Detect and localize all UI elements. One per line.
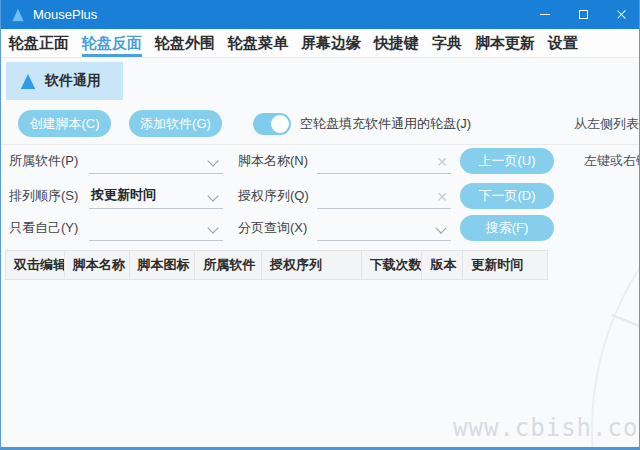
- chevron-down-icon[interactable]: [207, 155, 218, 166]
- wheel-arc-graphic: [591, 130, 640, 450]
- col-owner-software[interactable]: 所属软件: [195, 251, 262, 279]
- clear-icon[interactable]: ✕: [436, 189, 448, 205]
- col-script-name[interactable]: 脚本名称: [65, 251, 130, 279]
- owner-software-select[interactable]: [89, 148, 223, 174]
- maximize-icon: [579, 10, 588, 19]
- next-page-button[interactable]: 下一页(D): [460, 183, 554, 209]
- tab-wheel-front[interactable]: 轮盘正面: [9, 29, 69, 57]
- fill-empty-wheel-toggle[interactable]: [253, 113, 291, 135]
- toolbar-separator: [1, 144, 640, 145]
- script-name-input[interactable]: ✕: [317, 148, 451, 174]
- titlebar: MousePlus: [0, 0, 640, 29]
- col-script-icon[interactable]: 脚本图标: [130, 251, 196, 279]
- toggle-label: 空轮盘填充软件通用的轮盘(J): [300, 110, 471, 137]
- close-button[interactable]: [602, 0, 640, 29]
- col-download-count[interactable]: 下载次数: [362, 251, 423, 279]
- sort-order-value: 按更新时间: [89, 183, 223, 207]
- only-mine-select[interactable]: [89, 215, 223, 241]
- license-serial-input[interactable]: ✕: [317, 183, 451, 209]
- only-mine-label: 只看自己(Y): [9, 215, 78, 241]
- main-tabbar: 轮盘正面 轮盘反面 轮盘外围 轮盘菜单 屏幕边缘 快捷键 字典 脚本更新 设置: [1, 29, 639, 58]
- results-table-header: 双击编辑 脚本名称 脚本图标 所属软件 授权序列 下载次数 版本 更新时间: [5, 250, 548, 280]
- tab-wheel-back[interactable]: 轮盘反面: [82, 29, 142, 57]
- maximize-button[interactable]: [564, 0, 602, 29]
- form-right-hint: 左键或右键: [584, 148, 640, 174]
- tab-screen-edge[interactable]: 屏幕边缘: [301, 29, 361, 57]
- clear-icon[interactable]: ✕: [436, 154, 448, 170]
- col-update-time[interactable]: 更新时间: [463, 251, 547, 279]
- script-name-label: 脚本名称(N): [238, 148, 308, 174]
- sort-order-select[interactable]: 按更新时间: [89, 183, 223, 209]
- col-version[interactable]: 版本: [422, 251, 463, 279]
- cursor-triangle-icon: [20, 73, 36, 90]
- tab-hotkeys[interactable]: 快捷键: [374, 29, 419, 57]
- create-script-button[interactable]: 创建脚本(C): [18, 110, 111, 137]
- app-logo-icon: [11, 8, 25, 22]
- chevron-down-icon[interactable]: [207, 222, 218, 233]
- mouseplus-window: www.cbish.com MousePlus 轮盘正面 轮盘反面 轮盘外围 轮…: [0, 0, 640, 450]
- add-software-button[interactable]: 添加软件(G): [129, 110, 222, 137]
- close-icon: [616, 9, 627, 20]
- subtab-label: 软件通用: [45, 72, 101, 90]
- watermark: www.cbish.com: [453, 414, 640, 442]
- sort-order-label: 排列顺序(S): [9, 183, 78, 209]
- col-double-click-edit[interactable]: 双击编辑: [6, 251, 65, 279]
- minimize-button[interactable]: [526, 0, 564, 29]
- page-query-label: 分页查询(X): [238, 215, 307, 241]
- search-button[interactable]: 搜索(F): [460, 215, 554, 241]
- tab-wheel-menu[interactable]: 轮盘菜单: [228, 29, 288, 57]
- tab-settings[interactable]: 设置: [548, 29, 578, 57]
- subtab-software-general[interactable]: 软件通用: [6, 62, 123, 100]
- toolbar-right-hint: 从左侧列表: [574, 110, 639, 137]
- owner-software-label: 所属软件(P): [9, 148, 78, 174]
- license-serial-label: 授权序列(Q): [238, 183, 309, 209]
- window-title: MousePlus: [33, 7, 97, 22]
- tab-dictionary[interactable]: 字典: [432, 29, 462, 57]
- window-controls: [526, 0, 640, 29]
- chevron-down-icon[interactable]: [435, 222, 446, 233]
- tab-wheel-outer[interactable]: 轮盘外围: [155, 29, 215, 57]
- page-query-select[interactable]: [317, 215, 451, 241]
- tab-script-update[interactable]: 脚本更新: [475, 29, 535, 57]
- minimize-icon: [540, 14, 550, 15]
- col-license-serial[interactable]: 授权序列: [262, 251, 362, 279]
- toggle-knob: [271, 115, 289, 133]
- prev-page-button[interactable]: 上一页(U): [460, 148, 554, 174]
